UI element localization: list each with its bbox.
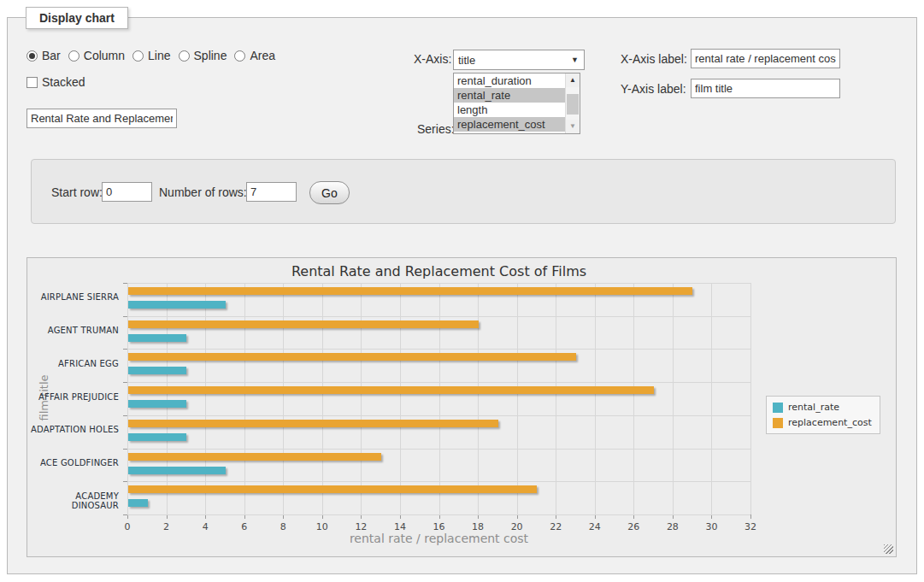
series-option-rental-duration[interactable]: rental_duration (454, 73, 580, 88)
radio-area[interactable]: Area (234, 49, 275, 62)
x-tick-label: 26 (621, 521, 646, 532)
scroll-down-icon[interactable]: ▼ (566, 120, 580, 133)
x-gridline (439, 283, 440, 514)
y-gridline (127, 449, 750, 450)
x-tick-label: 18 (465, 521, 491, 532)
y-axis-label-label: Y-Axis label: (621, 82, 686, 96)
num-rows-input[interactable] (246, 182, 297, 202)
legend-swatch (773, 403, 783, 413)
bar-rental_rate[interactable] (128, 367, 186, 374)
chart-title-input[interactable] (26, 109, 177, 128)
x-tick-label: 0 (115, 521, 140, 532)
category-label: AGENT TRUMAN (27, 326, 119, 335)
x-gridline (478, 283, 479, 514)
x-tick-label: 32 (738, 521, 763, 532)
y-axis-tick (123, 382, 127, 383)
legend-item-rental_rate[interactable]: rental_rate (773, 402, 872, 413)
radio-area-icon[interactable] (234, 50, 245, 62)
x-gridline (595, 283, 596, 514)
y-axis-tick (123, 283, 127, 284)
y-gridline (127, 415, 750, 416)
x-gridline (322, 283, 323, 514)
category-label: AFFAIR PREJUDICE (27, 392, 119, 402)
y-axis-label-input[interactable] (691, 79, 840, 98)
x-tick-label: 30 (698, 521, 724, 532)
radio-column-icon[interactable] (68, 50, 79, 62)
bar-rental_rate[interactable] (128, 467, 226, 474)
x-tick-label: 16 (427, 521, 452, 532)
series-option-replacement-cost[interactable]: replacement_cost (454, 117, 580, 132)
bar-rental_rate[interactable] (128, 334, 186, 342)
x-tick-label: 4 (192, 521, 218, 532)
x-gridline (244, 283, 245, 514)
bar-replacement_cost[interactable] (128, 320, 479, 328)
chevron-down-icon: ▼ (571, 56, 579, 64)
x-tick-label: 28 (660, 521, 686, 532)
stacked-label: Stacked (42, 75, 85, 89)
bar-replacement_cost[interactable] (128, 353, 576, 361)
bar-rental_rate[interactable] (128, 400, 186, 408)
scroll-up-icon[interactable]: ▲ (566, 73, 580, 87)
stacked-checkbox[interactable] (26, 77, 38, 88)
y-axis-tick (123, 316, 127, 317)
x-tick-label: 20 (504, 521, 530, 532)
x-gridline (127, 283, 128, 514)
x-gridline (711, 283, 712, 514)
fieldset-legend: Display chart (26, 7, 128, 29)
legend-item-replacement_cost[interactable]: replacement_cost (773, 417, 872, 428)
scrollbar-thumb[interactable] (567, 94, 579, 115)
category-label: ACADEMY DINOSAUR (27, 491, 119, 510)
x-axis-title: rental rate / replacement cost (127, 532, 750, 545)
bar-replacement_cost[interactable] (128, 386, 654, 394)
chart-container: Rental Rate and Replacement Cost of Film… (26, 257, 897, 557)
bar-replacement_cost[interactable] (128, 420, 498, 427)
series-label: Series: (417, 122, 455, 136)
bar-replacement_cost[interactable] (128, 485, 537, 493)
radio-line[interactable]: Line (132, 49, 170, 62)
y-axis-tick (123, 449, 127, 450)
x-axis-select-label: X-Axis: (414, 52, 451, 66)
radio-column[interactable]: Column (68, 49, 125, 62)
y-axis-tick (123, 514, 127, 515)
category-label: ADAPTATION HOLES (27, 425, 119, 434)
go-button[interactable]: Go (309, 181, 350, 204)
x-tick-label: 22 (543, 521, 568, 532)
x-tick-label: 14 (387, 521, 413, 532)
x-gridline (400, 283, 401, 514)
x-axis-select[interactable]: title ▼ (453, 50, 585, 70)
bar-rental_rate[interactable] (128, 433, 186, 441)
x-axis-label-input[interactable] (691, 49, 840, 68)
x-tick-label: 2 (154, 521, 180, 532)
x-gridline (283, 283, 284, 514)
y-gridline (127, 382, 750, 383)
bar-replacement_cost[interactable] (128, 453, 381, 461)
y-gridline (127, 514, 750, 515)
radio-bar-icon[interactable] (26, 50, 38, 62)
radio-bar[interactable]: Bar (26, 49, 61, 62)
start-row-input[interactable] (102, 182, 152, 202)
legend-label: replacement_cost (788, 417, 872, 428)
x-gridline (750, 283, 751, 514)
radio-spline[interactable]: Spline (179, 49, 227, 62)
radio-area-label: Area (250, 49, 275, 62)
bar-rental_rate[interactable] (128, 499, 148, 507)
radio-spline-label: Spline (194, 49, 227, 62)
series-listbox[interactable]: rental_duration rental_rate length repla… (453, 73, 580, 134)
stacked-checkbox-row[interactable]: Stacked (26, 75, 85, 89)
series-option-rental-rate[interactable]: rental_rate (454, 88, 580, 103)
radio-line-icon[interactable] (132, 50, 144, 62)
chart-type-radio-group: Bar Column Line Spline Area (26, 49, 275, 62)
radio-column-label: Column (84, 49, 125, 62)
resize-handle-icon[interactable] (884, 544, 893, 554)
y-gridline (127, 283, 750, 284)
x-tick-label: 6 (232, 521, 257, 532)
x-gridline (633, 283, 634, 514)
radio-spline-icon[interactable] (179, 50, 190, 62)
bar-replacement_cost[interactable] (128, 287, 692, 295)
x-axis-selected-value: title (458, 54, 475, 67)
x-tick-label: 8 (270, 521, 296, 532)
series-option-length[interactable]: length (454, 103, 580, 117)
bar-rental_rate[interactable] (128, 301, 226, 309)
x-gridline (361, 283, 362, 514)
listbox-scrollbar[interactable]: ▲ ▼ (565, 73, 580, 133)
